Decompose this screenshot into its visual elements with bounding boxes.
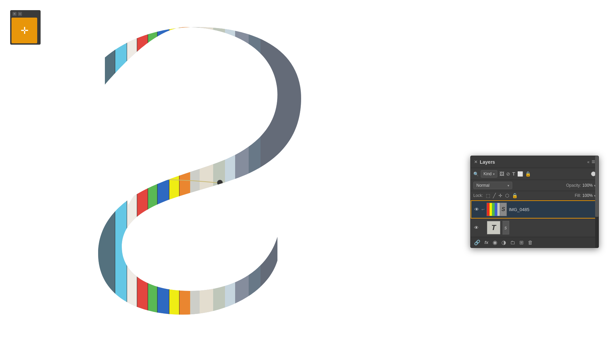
adjustment-layer-button[interactable]: ◑ — [501, 239, 506, 246]
blend-mode-dropdown[interactable]: Normal ▾ — [473, 182, 512, 189]
blend-mode-arrow: ▾ — [508, 184, 509, 187]
layers-panel-header: ✕ Layers « ≡ — [471, 156, 599, 168]
fill-control: Fill: 100% ▾ — [575, 193, 596, 198]
s-letter-svg — [47, 17, 325, 321]
layer-thumbnail-text-s: s — [502, 221, 509, 234]
panel-title: Layers — [480, 159, 585, 165]
filter-smart-icon[interactable]: 🔒 — [525, 171, 531, 177]
delete-layer-button[interactable]: 🗑 — [528, 240, 533, 245]
filter-image-icon[interactable]: 🖼 — [499, 171, 504, 177]
panel-menu-button[interactable]: ≡ — [591, 158, 595, 165]
filter-row: 🔍 Kind ▾ 🖼 ⊘ T ⬜ 🔒 — [471, 168, 599, 180]
layer-visibility-img[interactable]: 👁 — [474, 207, 479, 212]
fill-value[interactable]: 100% — [582, 193, 593, 198]
layer-visibility-text[interactable]: 👁 — [474, 225, 479, 230]
lock-position-icon[interactable]: ✛ — [498, 193, 502, 198]
add-mask-button[interactable]: ◉ — [493, 239, 497, 246]
svg-rect-11 — [225, 17, 235, 321]
kind-dropdown-arrow: ▾ — [493, 172, 495, 176]
new-layer-button[interactable]: ⊞ — [519, 240, 524, 246]
kind-dropdown[interactable]: Kind ▾ — [481, 170, 497, 178]
canvas-area — [47, 17, 325, 321]
filter-adjustment-icon[interactable]: ⊘ — [506, 171, 510, 177]
svg-rect-15 — [261, 17, 325, 321]
layer-row-text[interactable]: 👁 T s — [471, 219, 599, 237]
lock-fill-row: Lock: ⬚ ╱ ✛ ⬡ 🔒 Fill: 100% ▾ — [471, 191, 599, 200]
panel-close-icon[interactable]: ✕ — [474, 159, 478, 164]
panel-scrollbar-track[interactable] — [595, 156, 599, 248]
lock-artboard-icon[interactable]: ⬡ — [505, 193, 509, 198]
svg-rect-12 — [235, 17, 249, 321]
toolbox-close-button[interactable]: ✕ — [13, 12, 17, 16]
toolbox-expand-button[interactable]: » — [18, 12, 22, 16]
filter-shape-icon[interactable]: ⬜ — [517, 171, 523, 177]
lock-image-icon[interactable]: ╱ — [493, 193, 496, 198]
layer-thumbnail-text: T — [487, 221, 500, 234]
search-icon: 🔍 — [473, 172, 479, 177]
layer-style-button[interactable]: fx — [484, 240, 489, 245]
move-tool-icon: ✛ — [21, 25, 28, 36]
toolbox: ✕ » ✛ — [10, 10, 41, 45]
opacity-control: Opacity: 100% ▾ — [566, 183, 596, 188]
lock-all-icon[interactable]: 🔒 — [512, 193, 518, 198]
opacity-value[interactable]: 100% — [582, 183, 593, 188]
panel-collapse-button[interactable]: « — [587, 160, 590, 164]
move-tool-button[interactable]: ✛ — [12, 18, 37, 43]
link-layers-button[interactable]: 🔗 — [474, 240, 480, 246]
filter-text-icon[interactable]: T — [512, 171, 515, 177]
fill-label: Fill: — [575, 193, 581, 198]
layer-thumbnail-img: S — [487, 203, 507, 216]
layer-link-img[interactable]: ↩ — [481, 207, 484, 212]
opacity-label: Opacity: — [566, 183, 581, 188]
group-layers-button[interactable]: 🗀 — [510, 240, 515, 245]
toolbox-header: ✕ » — [11, 11, 40, 17]
layers-toolbar: 🔗 fx ◉ ◑ 🗀 ⊞ 🗑 — [471, 237, 599, 248]
panel-scrollbar-thumb[interactable] — [595, 156, 599, 217]
svg-point-24 — [217, 180, 223, 185]
blend-mode-value: Normal — [476, 183, 490, 188]
lock-label: Lock: — [473, 193, 483, 198]
layers-panel: ✕ Layers « ≡ 🔍 Kind ▾ 🖼 ⊘ T ⬜ 🔒 Normal ▾… — [470, 156, 599, 248]
layers-list: 👁 ↩ S IMG_0485 👁 — [471, 200, 599, 237]
layer-name-img: IMG_0485 — [509, 207, 595, 212]
layer-row-img[interactable]: 👁 ↩ S IMG_0485 — [471, 200, 599, 219]
svg-rect-10 — [213, 17, 225, 321]
lock-pixels-icon[interactable]: ⬚ — [486, 193, 490, 198]
blend-opacity-row: Normal ▾ Opacity: 100% ▾ — [471, 180, 599, 191]
svg-rect-1 — [115, 17, 127, 321]
svg-rect-14 — [47, 17, 115, 321]
